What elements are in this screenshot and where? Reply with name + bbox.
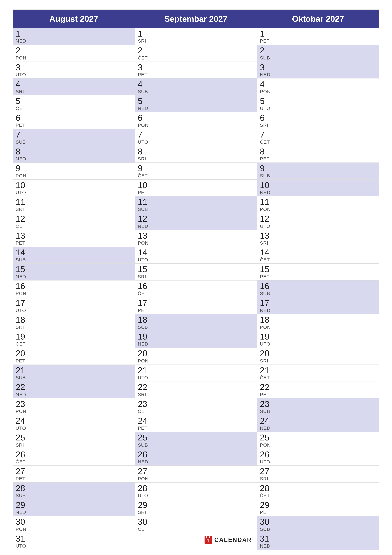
day-cell: 16ČET (135, 280, 257, 297)
day-number: 29 (16, 500, 132, 510)
day-name: PON (16, 409, 132, 414)
day-cell: 24NED (257, 415, 379, 432)
day-number: 22 (138, 382, 254, 392)
month-header-september: Septembar 2027 (135, 10, 257, 28)
day-number: 6 (260, 113, 376, 123)
day-name: SRI (138, 38, 254, 44)
day-name: PON (138, 358, 254, 364)
day-number: 18 (138, 315, 254, 324)
day-number: 21 (138, 366, 254, 375)
day-cell: 24UTO (13, 415, 135, 432)
day-name: ČET (138, 409, 254, 414)
day-cell: 7SUB (13, 129, 135, 146)
day-number: 30 (16, 517, 132, 526)
day-cell: 8PET (257, 146, 379, 163)
day-name: PET (138, 425, 254, 431)
day-name: SRI (260, 476, 376, 482)
day-number: 7 (138, 130, 254, 139)
day-cell: 6PON (135, 112, 257, 129)
day-name: SUB (138, 324, 254, 330)
day-name: NED (260, 190, 376, 195)
day-name: PET (138, 72, 254, 77)
day-cell: 25SRI (13, 432, 135, 449)
day-number: 17 (138, 298, 254, 307)
day-cell: 28ČET (257, 482, 379, 499)
day-number: 22 (16, 382, 132, 392)
day-name: PET (260, 510, 376, 515)
day-number: 24 (260, 416, 376, 425)
day-number: 12 (16, 214, 132, 223)
day-cell: 31NED (257, 533, 379, 550)
day-number: 23 (260, 399, 376, 409)
day-name: SUB (16, 375, 132, 380)
day-cell: 12NED (135, 213, 257, 230)
day-name: SRI (138, 156, 254, 161)
day-cell: 21ČET (257, 365, 379, 381)
day-number: 25 (16, 433, 132, 442)
day-cell: 1NED (13, 28, 135, 45)
day-cell: 9PON (13, 163, 135, 179)
day-cell: 27PET (13, 466, 135, 482)
day-number: 14 (260, 248, 376, 257)
day-number: 16 (16, 281, 132, 291)
day-name: NED (260, 72, 376, 77)
day-cell: 18PON (257, 314, 379, 331)
day-cell: 1PET (257, 28, 379, 45)
day-cell: 14UTO (135, 247, 257, 263)
day-cell: 19NED (135, 331, 257, 348)
day-name: SRI (260, 240, 376, 246)
day-number: 2 (138, 46, 254, 55)
day-name: SRI (16, 207, 132, 212)
day-number: 11 (260, 197, 376, 207)
day-cell: 17NED (257, 297, 379, 314)
day-number: 23 (138, 399, 254, 409)
day-cell: 23ČET (135, 398, 257, 415)
day-name: SUB (260, 291, 376, 296)
day-name: NED (16, 156, 132, 161)
day-name: SRI (16, 324, 132, 330)
day-number: 26 (16, 450, 132, 459)
day-number: 27 (138, 467, 254, 476)
day-name: PON (260, 89, 376, 94)
day-cell: 3PET (135, 62, 257, 79)
day-number: 15 (260, 264, 376, 274)
day-cell: 29PET (257, 499, 379, 516)
day-cell: 31UTO (13, 533, 135, 550)
day-cell: 2ČET (135, 45, 257, 62)
day-cell: 17UTO (13, 297, 135, 314)
day-number: 15 (138, 264, 254, 274)
day-cell: 25SUB (135, 432, 257, 449)
day-number: 19 (260, 332, 376, 341)
logo-area: 7 CALENDAR (135, 533, 257, 547)
day-cell: 24PET (135, 415, 257, 432)
day-number: 31 (16, 534, 132, 543)
day-number: 29 (138, 500, 254, 510)
day-cell: 22NED (13, 381, 135, 398)
day-cell: 7ČET (257, 129, 379, 146)
day-cell: 21UTO (135, 365, 257, 381)
day-number: 28 (16, 483, 132, 493)
day-name: NED (138, 106, 254, 111)
day-name: PON (260, 207, 376, 212)
day-name: PET (260, 274, 376, 279)
day-cell: 27SRI (257, 466, 379, 482)
october-days-column: 1PET2SUB3NED4PON5UTO6SRI7ČET8PET9SUB10NE… (257, 28, 379, 550)
day-name: NED (16, 510, 132, 515)
day-cell: 6SRI (257, 112, 379, 129)
day-cell: 9ČET (135, 163, 257, 179)
day-name: ČET (260, 257, 376, 263)
day-number: 16 (260, 281, 376, 291)
day-number: 30 (260, 517, 376, 526)
day-cell: 12ČET (13, 213, 135, 230)
day-number: 8 (260, 147, 376, 156)
day-name: UTO (16, 543, 132, 549)
day-name: PON (138, 476, 254, 482)
day-number: 8 (138, 147, 254, 156)
day-number: 4 (16, 80, 132, 89)
day-number: 23 (16, 399, 132, 409)
day-name: ČET (16, 341, 132, 347)
day-number: 14 (138, 248, 254, 257)
day-name: UTO (138, 257, 254, 263)
day-name: PET (16, 123, 132, 128)
day-cell: 10PET (135, 180, 257, 196)
